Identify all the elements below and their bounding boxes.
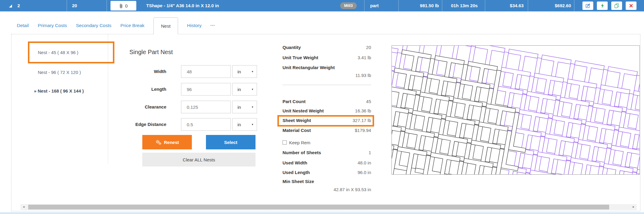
attachments-button[interactable]: 0 [110, 1, 136, 11]
horizontal-scrollbar[interactable]: ◄ ► [20, 204, 637, 210]
nest-list-item-45[interactable]: Nest - 45 ( 48 X 96 ) [38, 43, 78, 62]
form-title: Single Part Nest [129, 49, 173, 56]
length-label: Length [113, 83, 166, 96]
nest-list-item-168[interactable]: » Nest - 168 ( 96 X 144 ) [34, 87, 84, 95]
length-input[interactable] [181, 83, 231, 96]
clearance-unit-select[interactable]: in ▼ [232, 101, 257, 113]
stat-row-material-cost: Material Cost$179.94 [283, 127, 371, 134]
row-quantity: 20 [72, 0, 77, 11]
scroll-right-arrow[interactable]: ► [630, 204, 637, 210]
chevron-down-icon: ▼ [251, 106, 254, 109]
part-row-header: 2 20 0 TShape - 1/4" A36 14.0 in X 12.0 … [0, 0, 644, 11]
tab-nest[interactable]: Nest [153, 17, 178, 34]
scroll-left-arrow[interactable]: ◄ [20, 204, 27, 210]
lightning-bolt-icon [600, 3, 604, 8]
stat-row-used-width: Used Width48.0 in [283, 159, 371, 167]
tab-overflow-ellipsis[interactable]: ••• [210, 24, 215, 27]
workcenter-badge: Mill3 [340, 2, 357, 9]
stat-row-sheet-weight: Sheet Weight327.17 lb [283, 117, 371, 124]
stat-row-unit-nested-weight: Unit Nested Weight16.36 lb [283, 107, 371, 115]
clear-all-label: Clear ALL Nests [183, 157, 215, 162]
unit-label: in [237, 122, 241, 127]
annotation-box-nest45: Nest - 45 ( 48 X 96 ) [28, 41, 114, 63]
edge-distance-input[interactable] [181, 118, 231, 131]
tab-history[interactable]: History [187, 23, 201, 28]
stat-value-min-sheet-size: 42.87 in X 93.53 in [283, 186, 371, 193]
delete-button[interactable] [626, 2, 636, 10]
tab-detail[interactable]: Detail [17, 23, 29, 28]
nesting-app: 2 20 0 TShape - 1/4" A36 14.0 in X 12.0 … [0, 0, 644, 214]
header-separator [364, 0, 364, 11]
bottom-strip [0, 212, 644, 214]
stat-row-part-count: Part Count45 [283, 98, 371, 105]
width-input[interactable] [181, 65, 231, 78]
stat-row-unit-rect-weight: Unit Rectangular Weight [283, 64, 371, 71]
edge-distance-label: Edge Distance [113, 118, 166, 131]
stat-row-quantity: Quantity20 [283, 44, 371, 51]
stat-row-used-length: Used Length96.0 in [283, 169, 371, 176]
extended-price: $692.60 [530, 0, 571, 11]
keep-rem-checkbox[interactable] [283, 140, 287, 145]
item-type: part [370, 0, 379, 11]
select-button[interactable]: Select [206, 135, 255, 149]
unit-label: in [237, 69, 241, 74]
nest-preview-canvas [392, 46, 639, 174]
part-title: TShape - 1/4" A36 14.0 in X 12.0 in [146, 0, 219, 11]
renest-label: Renest [164, 140, 179, 145]
nest-list-item-96[interactable]: Nest - 96 ( 72 X 120 ) [38, 69, 81, 76]
chevron-down-icon: ▼ [251, 123, 254, 126]
unit-price: $34.63 [486, 0, 524, 11]
clearance-input[interactable] [181, 101, 231, 113]
edit-pencil-icon [585, 3, 591, 8]
chevron-down-icon: ▼ [251, 70, 254, 73]
paperclip-icon [119, 3, 123, 8]
renest-button[interactable]: Renest [142, 135, 192, 149]
select-label: Select [224, 140, 237, 145]
keep-rem-checkbox-row[interactable]: Keep Rem [283, 139, 310, 146]
tab-secondary-costs[interactable]: Secondary Costs [76, 23, 111, 28]
header-separator [574, 0, 574, 11]
chevron-down-icon: ▼ [251, 88, 254, 91]
delete-x-icon [629, 4, 633, 8]
edge-distance-unit-select[interactable]: in ▼ [232, 118, 257, 131]
edit-button[interactable] [582, 2, 593, 10]
tab-bar: Detail Primary Costs Secondary Costs Pri… [0, 13, 644, 34]
length-unit-select[interactable]: in ▼ [232, 83, 257, 96]
row-number: 2 [17, 0, 20, 11]
stats-divider [283, 85, 371, 85]
nest-tab-panel: Nest - 45 ( 48 X 96 ) Nest - 96 ( 72 X 1… [11, 34, 640, 211]
tab-price-break[interactable]: Price Break [120, 23, 144, 28]
row-weight: 981.50 lb [399, 0, 439, 11]
header-separator [398, 0, 399, 11]
header-separator [528, 0, 528, 11]
gears-icon [155, 140, 162, 145]
unit-label: in [237, 87, 241, 92]
tab-primary-costs[interactable]: Primary Costs [38, 23, 67, 28]
stat-row-number-of-sheets: Number of Sheets1 [283, 149, 371, 156]
cycle-time: 01h 13m 20s [444, 0, 485, 11]
quick-quote-button[interactable] [597, 2, 608, 10]
nest-preview [392, 45, 640, 175]
stat-row-min-sheet-size: Min Sheet Size [283, 178, 371, 185]
width-label: Width [113, 65, 166, 78]
copy-button[interactable] [611, 2, 622, 10]
width-unit-select[interactable]: in ▼ [232, 65, 257, 78]
header-separator [107, 0, 107, 11]
unit-label: in [237, 105, 241, 110]
expand-triangle-icon[interactable] [9, 5, 12, 8]
copy-pages-icon [614, 3, 619, 8]
clearance-label: Clearance [113, 101, 166, 113]
keep-rem-label: Keep Rem [289, 140, 310, 145]
header-separator [442, 0, 442, 11]
scrollbar-thumb[interactable] [28, 205, 609, 209]
stat-value-unit-rect-weight: 11.93 lb [283, 72, 371, 79]
header-separator [67, 0, 67, 11]
clear-all-nests-button[interactable]: Clear ALL Nests [142, 153, 255, 167]
attachment-count: 0 [125, 3, 128, 8]
header-separator [485, 0, 485, 11]
stat-row-unit-true-weight: Unit True Weight3.41 lb [283, 54, 371, 61]
